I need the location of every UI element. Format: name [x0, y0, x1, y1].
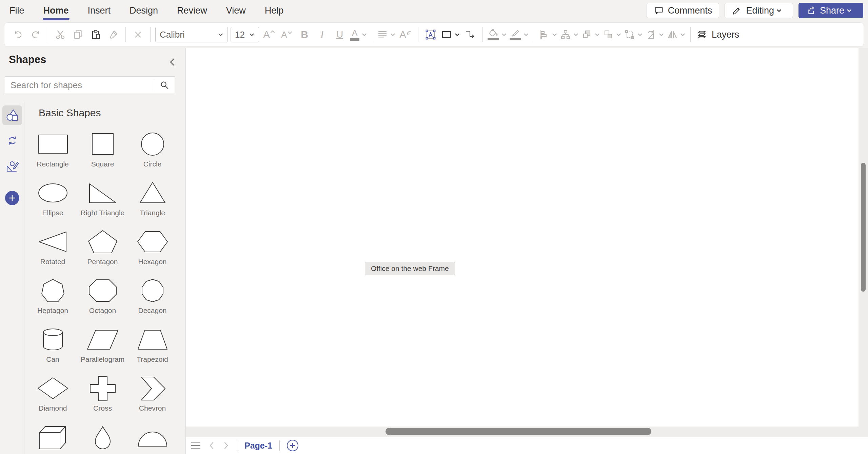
- delete-button[interactable]: [129, 25, 147, 44]
- heptagon-glyph: [34, 276, 72, 305]
- chevron-down-icon: [501, 32, 507, 38]
- shape-circle[interactable]: Circle: [127, 130, 177, 178]
- stencil-strip: [0, 102, 24, 454]
- font-name-select[interactable]: Calibri: [155, 27, 228, 42]
- send-backward-button[interactable]: [601, 25, 623, 44]
- editing-label: Editing: [746, 5, 774, 16]
- fill-color-button[interactable]: [486, 25, 508, 44]
- italic-button[interactable]: I: [313, 25, 331, 44]
- plus-icon: [289, 442, 296, 449]
- shape-decagon[interactable]: Decagon: [127, 276, 177, 325]
- shape-right-triangle[interactable]: Right Triangle: [78, 178, 127, 227]
- cut-button[interactable]: [52, 25, 69, 44]
- redo-button[interactable]: [27, 25, 44, 44]
- bring-forward-button[interactable]: [580, 25, 601, 44]
- paste-button[interactable]: [87, 25, 104, 44]
- format-painter-button[interactable]: [104, 25, 122, 44]
- stencil-tab-basic-shapes[interactable]: [2, 105, 22, 125]
- position-button[interactable]: [559, 25, 580, 44]
- stencil-tab-drawing-tools[interactable]: [2, 156, 22, 176]
- add-stencil-button[interactable]: [5, 191, 19, 205]
- underline-button[interactable]: U: [331, 25, 349, 44]
- shape-label: Can: [46, 355, 59, 363]
- shape-diamond[interactable]: Diamond: [28, 374, 78, 422]
- vertical-scrollbar[interactable]: [859, 48, 868, 427]
- shape-parallelogram[interactable]: Parallelogram: [78, 325, 127, 374]
- align-text-button[interactable]: [376, 25, 397, 44]
- layers-button[interactable]: Layers: [694, 29, 741, 40]
- menu-view-label: View: [226, 5, 246, 16]
- font-size-select[interactable]: 12: [231, 27, 259, 42]
- line-color-icon: [510, 29, 521, 40]
- underline-icon: U: [336, 29, 343, 40]
- menu-insert[interactable]: Insert: [88, 0, 111, 21]
- shape-rotated[interactable]: Rotated: [28, 227, 78, 276]
- shape-heptagon[interactable]: Heptagon: [28, 276, 78, 325]
- group-button[interactable]: [623, 25, 644, 44]
- text-box-button[interactable]: [422, 25, 439, 44]
- menu-help[interactable]: Help: [265, 0, 284, 21]
- page-tab[interactable]: Page-1: [244, 441, 272, 451]
- draw-shape-button[interactable]: [439, 25, 461, 44]
- chevron-down-icon: [776, 8, 782, 14]
- shape-label: Square: [91, 160, 114, 168]
- editing-mode-button[interactable]: Editing: [725, 3, 793, 18]
- shape-label: Diamond: [38, 404, 67, 412]
- shape-label: Ellipse: [42, 209, 63, 217]
- vertical-scrollbar-thumb[interactable]: [861, 163, 866, 292]
- menu-view[interactable]: View: [226, 0, 246, 21]
- shape-ellipse[interactable]: Ellipse: [28, 178, 78, 227]
- share-button[interactable]: Share: [798, 3, 863, 18]
- page-list-button[interactable]: [191, 441, 201, 450]
- connector-button[interactable]: [461, 25, 479, 44]
- align-text-icon: [377, 29, 388, 40]
- shape-pentagon[interactable]: Pentagon: [78, 227, 127, 276]
- shape-can[interactable]: Can: [28, 325, 78, 374]
- shape-teardrop[interactable]: [78, 422, 127, 454]
- send-backward-icon: [603, 29, 614, 40]
- shape-label: Pentagon: [87, 258, 118, 266]
- drawing-canvas[interactable]: Office on the web Frame: [186, 48, 868, 427]
- menu-review[interactable]: Review: [177, 0, 207, 21]
- undo-button[interactable]: [9, 25, 27, 44]
- stencil-tab-arrows[interactable]: [2, 131, 22, 151]
- shape-cross[interactable]: Cross: [78, 374, 127, 422]
- comment-icon: [654, 5, 664, 16]
- shape-hexagon[interactable]: Hexagon: [127, 227, 177, 276]
- rotate-button[interactable]: [644, 25, 666, 44]
- shape-chevron[interactable]: Chevron: [127, 374, 177, 422]
- shape-triangle[interactable]: Triangle: [127, 178, 177, 227]
- menu-file[interactable]: File: [9, 0, 24, 21]
- flip-button[interactable]: [666, 25, 687, 44]
- add-page-button[interactable]: [287, 440, 298, 451]
- shape-label: Rotated: [40, 258, 65, 266]
- shape-octagon[interactable]: Octagon: [78, 276, 127, 325]
- menu-design[interactable]: Design: [130, 0, 158, 21]
- line-color-button[interactable]: [508, 25, 530, 44]
- menu-home[interactable]: Home: [43, 0, 69, 21]
- copy-button[interactable]: [69, 25, 87, 44]
- grow-font-button[interactable]: A: [260, 25, 278, 44]
- shape-search-input[interactable]: [5, 80, 154, 91]
- shape-trapezoid[interactable]: Trapezoid: [127, 325, 177, 374]
- shape-square[interactable]: Square: [78, 130, 127, 178]
- comments-button[interactable]: Comments: [647, 3, 719, 18]
- shrink-font-button[interactable]: A: [278, 25, 296, 44]
- horizontal-scrollbar[interactable]: [186, 427, 868, 437]
- bring-forward-icon: [581, 29, 592, 40]
- search-icon: [159, 80, 170, 90]
- align-objects-button[interactable]: [537, 25, 559, 44]
- shape-label: Hexagon: [138, 258, 166, 266]
- shape-half-circle[interactable]: [127, 422, 177, 454]
- horizontal-scrollbar-thumb[interactable]: [386, 428, 651, 435]
- fill-color-icon: [488, 29, 499, 40]
- text-direction-button[interactable]: A: [397, 25, 415, 44]
- font-color-button[interactable]: A: [349, 25, 369, 44]
- bold-button[interactable]: B: [296, 25, 313, 44]
- previous-page-button[interactable]: [208, 441, 215, 450]
- shape-cube[interactable]: [28, 422, 78, 454]
- next-page-button[interactable]: [222, 441, 230, 450]
- collapse-panel-button[interactable]: [168, 58, 177, 66]
- shape-rectangle[interactable]: Rectangle: [28, 130, 78, 178]
- search-button[interactable]: [154, 77, 175, 94]
